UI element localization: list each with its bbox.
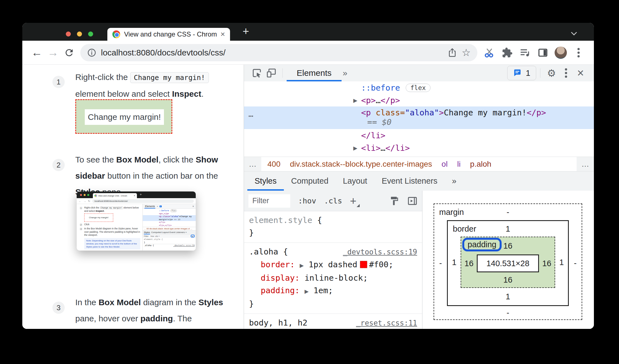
share-button[interactable] — [447, 48, 457, 58]
tab-styles[interactable]: Styles — [247, 171, 284, 191]
css-property[interactable]: display: inline-block; — [249, 272, 417, 284]
margin-top-value[interactable]: - — [507, 208, 509, 217]
dom-node-li-collapsed[interactable]: ▶ <li>…</li> — [244, 142, 594, 154]
reload-button[interactable] — [62, 45, 76, 60]
dom-node-li-close[interactable]: </li> — [244, 129, 594, 142]
hidden-ancestors-marker[interactable]: … — [248, 109, 254, 119]
flex-badge[interactable]: flex — [406, 84, 431, 92]
expand-arrow-icon[interactable]: ▶ — [304, 288, 309, 294]
padding-bottom-value[interactable]: 16 — [503, 275, 512, 285]
device-toolbar-button[interactable] — [264, 66, 279, 80]
tab-event-listeners[interactable]: Event Listeners — [374, 171, 445, 191]
breadcrumb-item-selected[interactable]: p.aloh — [470, 160, 491, 169]
demo-element[interactable]: Change my margin! — [75, 99, 172, 134]
border-left-value[interactable]: 1 — [448, 237, 461, 288]
inspect-element-button[interactable] — [250, 66, 264, 80]
breadcrumb-item[interactable]: li — [457, 160, 460, 169]
margin-bottom-value[interactable]: - — [507, 308, 509, 317]
box-model-border[interactable]: border 1 1 padding — [447, 220, 569, 306]
css-property[interactable]: border: ▶ 1px dashed#f00; — [249, 258, 417, 272]
expand-arrow-icon[interactable]: ▶ — [353, 97, 361, 103]
dom-node-before[interactable]: ::before flex — [244, 81, 594, 94]
extensions-button[interactable] — [499, 45, 515, 61]
step-number: 3 — [52, 302, 65, 314]
bookmark-star-icon[interactable]: ☆ — [462, 47, 471, 58]
step-number: 2 — [52, 159, 65, 171]
reading-list-button[interactable] — [517, 45, 533, 61]
thumb-new-tab: + — [140, 192, 142, 196]
demo-element-label[interactable]: Change my margin! — [85, 109, 164, 125]
back-button[interactable]: ← — [30, 45, 44, 60]
step-number: 1 — [52, 76, 65, 88]
scissors-extension-button[interactable] — [481, 45, 497, 61]
step1-run3: . — [201, 89, 204, 98]
padding-hover-highlight[interactable]: padding — [462, 238, 502, 251]
border-right-value[interactable]: 1 — [555, 237, 568, 288]
padding-right-value[interactable]: 16 — [539, 254, 555, 272]
minimize-window-button[interactable] — [77, 31, 82, 37]
expand-arrow-icon[interactable]: ▶ — [300, 262, 304, 268]
margin-right-value[interactable]: - — [569, 220, 582, 306]
border-bottom-value[interactable]: 1 — [506, 292, 510, 301]
styles-filter-input[interactable] — [248, 194, 290, 208]
devtools-close-button[interactable]: × — [573, 66, 588, 80]
border-top-value[interactable]: 1 — [506, 224, 510, 234]
breadcrumb-overflow-right[interactable]: … — [577, 157, 594, 171]
breadcrumb-item[interactable]: div.stack.stack--block.type.center-image… — [290, 160, 432, 169]
tab-elements[interactable]: Elements — [287, 65, 342, 81]
new-tab-button[interactable]: + — [243, 25, 249, 38]
chrome-favicon-icon — [112, 30, 120, 38]
styles-pane: :hov .cls + — [244, 191, 422, 329]
breadcrumb-item[interactable]: 400 — [267, 160, 281, 169]
url-text[interactable]: localhost:8080/docs/devtools/css/ — [101, 48, 443, 57]
css-property[interactable]: padding: ▶ 1em; — [249, 284, 417, 298]
css-rule-reset[interactable]: body, h1, h2 _reset.scss:11 — [244, 314, 422, 329]
browser-window: View and change CSS - Chrom × + ← → loca… — [22, 23, 594, 329]
settings-gear-icon[interactable]: ⚙ — [544, 66, 559, 80]
thumb-tab-strip: View and change CSS - Chrom × + — [77, 191, 196, 198]
stylesheet-link[interactable]: _reset.scss:11 — [356, 317, 417, 329]
tab-computed[interactable]: Computed — [284, 171, 336, 191]
margin-left-value[interactable]: - — [434, 220, 447, 306]
issues-chat-icon — [513, 68, 523, 78]
devtools-menu-button[interactable] — [559, 66, 573, 80]
stylesheet-link[interactable]: _devtools.scss:19 — [343, 246, 417, 258]
screenshot-thumbnail[interactable]: View and change CSS - Chrom × + ← → ↻ lo… — [77, 191, 196, 251]
padding-top-value[interactable]: 16 — [503, 241, 512, 251]
more-tabs-button[interactable]: » — [445, 171, 464, 191]
tab-close-icon[interactable]: × — [221, 30, 225, 38]
browser-tab[interactable]: View and change CSS - Chrom × — [107, 28, 230, 41]
toggle-class-button[interactable]: .cls — [324, 196, 342, 205]
omnibox[interactable]: localhost:8080/docs/devtools/css/ ☆ — [80, 44, 477, 61]
zoom-window-button[interactable] — [88, 31, 93, 37]
forward-button[interactable]: → — [46, 45, 60, 60]
box-model-content[interactable]: 140.531×28 — [477, 254, 539, 272]
box-model-padding[interactable]: padding 16 16 140.531×28 — [461, 237, 555, 288]
breadcrumb-item[interactable]: ol — [442, 160, 448, 169]
box-model-margin[interactable]: margin - - border 1 — [434, 203, 582, 320]
css-rule-element-style[interactable]: element.style { } — [244, 211, 422, 243]
site-info-icon[interactable] — [87, 48, 96, 57]
new-style-rule-button[interactable]: + — [350, 195, 359, 207]
thumb-tab-close-icon: × — [134, 194, 135, 197]
browser-menu-button[interactable] — [570, 45, 587, 61]
tab-search-chevron-icon[interactable] — [572, 30, 577, 35]
toggle-hover-button[interactable]: :hov — [298, 196, 316, 205]
color-swatch[interactable] — [360, 261, 367, 268]
thumb-demo-box: Change my margin! — [84, 213, 113, 222]
tab-layout[interactable]: Layout — [336, 171, 374, 191]
padding-left-value[interactable]: 16 — [461, 254, 477, 272]
show-sidebar-button[interactable] — [407, 196, 418, 206]
close-window-button[interactable] — [66, 31, 71, 37]
breadcrumb-overflow-left[interactable]: … — [244, 157, 261, 171]
avatar[interactable] — [553, 45, 569, 61]
side-panel-button[interactable] — [535, 45, 551, 61]
dom-node-p-collapsed[interactable]: ▶ <p>…</p> — [244, 94, 594, 106]
expand-arrow-icon[interactable]: ▶ — [353, 145, 361, 151]
rendering-emulation-button[interactable] — [389, 196, 399, 206]
css-rule-aloha[interactable]: .aloha { _devtools.scss:19 border: ▶ 1px… — [244, 243, 422, 314]
issues-badge-button[interactable]: 1 — [507, 66, 536, 80]
more-panels-button[interactable]: » — [343, 68, 347, 78]
docs-page: 1 Right-click the Change my margin! elem… — [22, 65, 244, 329]
dom-node-selected[interactable]: … <p class="aloha">Change my margin!</p>… — [244, 106, 594, 129]
